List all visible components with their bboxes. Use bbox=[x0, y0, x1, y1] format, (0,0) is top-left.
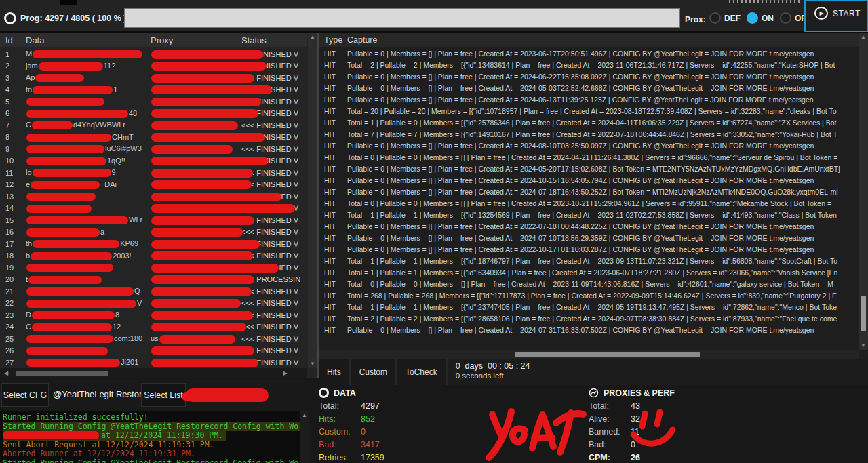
scrollbar-thumb[interactable] bbox=[16, 371, 108, 376]
tab-hits[interactable]: Hits bbox=[319, 359, 351, 385]
capture-row[interactable]: HITPullable = 0 | Members = [] | Plan = … bbox=[319, 174, 859, 186]
capture-row[interactable]: HITTotal = 1 | Pullable = 1 | Members = … bbox=[319, 255, 859, 266]
redaction-scribble bbox=[39, 62, 103, 71]
prox-radio-def[interactable]: DEF bbox=[709, 12, 741, 24]
table-row[interactable]: 21Q<<< FINISHED V bbox=[0, 285, 307, 298]
table-row[interactable]: 22V<<< FINISHED V bbox=[0, 298, 307, 310]
capture-row[interactable]: HITPullable = 0 | Members = [] | Plan = … bbox=[319, 71, 859, 82]
table-row[interactable]: 7Cd4YnqVWBWLr<<< FINISHED V bbox=[0, 119, 307, 132]
table-row[interactable]: 26<<< FINISHED V bbox=[0, 345, 307, 357]
table-row[interactable]: 14<<< FINISHED V bbox=[0, 203, 307, 215]
capture-row[interactable]: HITTotal = 20 | Pullable = 20 | Members … bbox=[319, 105, 859, 117]
results-vertical-scrollbar[interactable]: ▲▼ bbox=[308, 33, 317, 368]
table-row[interactable]: 17thKP69<<< FINISHED V bbox=[0, 238, 307, 250]
redaction-scribble bbox=[26, 264, 113, 272]
capture-row[interactable]: HITTotal = 1 | Pullable = 0 | Members = … bbox=[319, 117, 859, 128]
scroll-right-icon[interactable]: ▶ bbox=[283, 370, 288, 376]
capture-row[interactable]: HITPullable = 0 | Members = [] | Plan = … bbox=[319, 140, 859, 151]
column-header-status[interactable]: Status bbox=[241, 35, 307, 45]
cell-status: <<< FINISHED V bbox=[241, 323, 307, 331]
cell-capture: Pullable = 0 | Members = [] | Plan = fre… bbox=[347, 326, 859, 334]
prox-radio-on[interactable]: ON bbox=[747, 12, 774, 24]
table-row[interactable]: 15WLr<<< FINISHED V bbox=[0, 214, 307, 226]
capture-row[interactable]: HITPullable = 0 | Members = [] | Plan = … bbox=[319, 324, 859, 336]
capture-rows: HITPullable = 0 | Members = [] | Plan = … bbox=[319, 47, 859, 338]
column-header-id[interactable]: Id bbox=[0, 35, 26, 45]
capture-row[interactable]: HITPullable = 0 | Members = [] | Plan = … bbox=[319, 163, 859, 174]
scroll-up-icon[interactable]: ▲ bbox=[302, 412, 307, 418]
capture-row[interactable]: HITTotal = 2 | Pullable = 2 | Members = … bbox=[319, 313, 859, 324]
cell-capture: Total = 0 | Pullable = 0 | Members = [] … bbox=[347, 153, 859, 161]
results-horizontal-scrollbar[interactable]: ◀ ▶ bbox=[0, 368, 307, 378]
table-row[interactable]: 648<<< FINISHED V bbox=[0, 108, 307, 120]
table-row[interactable]: 3Ap<<< FINISHED V bbox=[0, 72, 307, 84]
column-header-data[interactable]: Data bbox=[26, 35, 151, 45]
table-row[interactable]: 8CHmT<<< FINISHED V bbox=[0, 132, 307, 144]
column-header-capture[interactable]: Capture bbox=[347, 35, 377, 45]
column-header-proxy[interactable]: Proxy bbox=[151, 35, 241, 45]
table-row[interactable]: 27Ji201<<< FINISHED V bbox=[0, 357, 307, 368]
redaction-scribble bbox=[151, 251, 253, 260]
cell-type: HIT bbox=[319, 234, 347, 242]
scroll-down-icon[interactable]: ▼ bbox=[861, 342, 866, 348]
capture-row[interactable]: HITTotal = 2 | Pullable = 2 | Members = … bbox=[319, 59, 859, 71]
scrollbar-thumb[interactable] bbox=[861, 296, 866, 331]
table-row[interactable]: 20t<<< PROCESSIN bbox=[0, 274, 307, 286]
table-row[interactable]: 16a<<< FINISHED V bbox=[0, 226, 307, 239]
cell-type: HIT bbox=[319, 188, 347, 196]
select-cfg-button[interactable]: Select CFG bbox=[1, 383, 49, 407]
capture-row[interactable]: HITTotal = 7 | Pullable = 7 | Members = … bbox=[319, 128, 859, 140]
redaction-scribble bbox=[32, 323, 112, 331]
scrollbar-thumb[interactable] bbox=[515, 352, 700, 357]
start-button[interactable]: ▶ START bbox=[804, 0, 868, 32]
table-row[interactable]: 11lo9<<< FINISHED V bbox=[0, 167, 307, 179]
cell-capture: Pullable = 0 | Members = [] | Plan = fre… bbox=[347, 188, 859, 196]
cell-id: 26 bbox=[0, 346, 26, 355]
table-row[interactable]: 25com:180us<<< FINISHED V bbox=[0, 333, 307, 345]
capture-row[interactable]: HITTotal = 1 | Pullable = 1 | Members = … bbox=[319, 209, 859, 220]
scroll-up-icon[interactable]: ▲ bbox=[861, 34, 866, 40]
table-row[interactable]: 2jam11?<<< FINISHED V bbox=[0, 60, 307, 73]
cell-proxy bbox=[151, 180, 241, 189]
table-row[interactable]: 23D8<<< FINISHED V bbox=[0, 309, 307, 321]
capture-row[interactable]: HITTotal = 0 | Pullable = 0 | Members = … bbox=[319, 151, 859, 163]
capture-row[interactable]: HITPullable = 0 | Members = [] | Plan = … bbox=[319, 94, 859, 105]
scroll-up-icon[interactable]: ▲ bbox=[310, 34, 315, 40]
scroll-down-icon[interactable]: ▼ bbox=[310, 361, 315, 367]
capture-row[interactable]: HITTotal = 1 | Pullable = 1 | Members = … bbox=[319, 266, 859, 278]
capture-row[interactable]: HITPullable = 0 | Members = [] | Plan = … bbox=[319, 243, 859, 255]
table-row[interactable]: 18b2003!<<< FINISHED V bbox=[0, 250, 307, 262]
tab-tocheck[interactable]: ToCheck bbox=[397, 359, 448, 385]
column-header-type[interactable]: Type bbox=[319, 35, 347, 45]
log-scrollbar[interactable]: ▲ bbox=[300, 411, 309, 463]
capture-vertical-scrollbar[interactable]: ▲ ▼ bbox=[859, 33, 868, 350]
redaction-scribble bbox=[151, 228, 243, 237]
select-list-button[interactable]: Select List bbox=[141, 383, 186, 407]
table-row[interactable]: 9luC6i#pW3<<< FINISHED V bbox=[0, 143, 307, 155]
capture-row[interactable]: HITPullable = 0 | Members = [] | Plan = … bbox=[319, 220, 859, 232]
table-row[interactable]: 24C12<<< FINISHED V bbox=[0, 321, 307, 334]
table-row[interactable]: 19<<< FINISHED V bbox=[0, 262, 307, 274]
table-row[interactable]: 101qQ!!<<< FINISHED V bbox=[0, 155, 307, 167]
top-bar: Prog: 4297 / 4805 ( 100 % ) Prox: DEFONO… bbox=[0, 0, 868, 33]
cell-type: HIT bbox=[319, 49, 347, 58]
capture-row[interactable]: HITTotal = 1 | Pullable = 1 | Members = … bbox=[319, 301, 859, 313]
capture-horizontal-scrollbar[interactable] bbox=[319, 350, 859, 359]
cell-data: V bbox=[26, 299, 151, 308]
capture-row[interactable]: HITPullable = 0 | Members = [] | Plan = … bbox=[319, 47, 859, 59]
cell-proxy bbox=[151, 287, 241, 296]
capture-row[interactable]: HITPullable = 0 | Members = [] | Plan = … bbox=[319, 186, 859, 197]
capture-row[interactable]: HITTotal = 268 | Pullable = 268 | Member… bbox=[319, 289, 859, 301]
capture-row[interactable]: HITTotal = 0 | Pullable = 0 | Members = … bbox=[319, 197, 859, 209]
capture-row[interactable]: HITTotal = 0 | Pullable = 0 | Members = … bbox=[319, 278, 859, 289]
table-row[interactable]: 4tn1<<< FINISHED V bbox=[0, 84, 307, 96]
table-row[interactable]: 12e_DAi<<< FINISHED V bbox=[0, 179, 307, 191]
table-row[interactable]: 5<<< FINISHED V bbox=[0, 96, 307, 108]
table-row[interactable]: 13<<< FINISHED V bbox=[0, 190, 307, 203]
cell-capture: Total = 1 | Pullable = 0 | Members = [{"… bbox=[347, 119, 859, 127]
scroll-left-icon[interactable]: ◀ bbox=[4, 370, 8, 376]
table-row[interactable]: 1M<<< FINISHED V bbox=[0, 48, 307, 60]
capture-row[interactable]: HITPullable = 0 | Members = [] | Plan = … bbox=[319, 82, 859, 94]
tab-custom[interactable]: Custom bbox=[351, 359, 397, 385]
capture-row[interactable]: HITPullable = 0 | Members = [] | Plan = … bbox=[319, 232, 859, 243]
